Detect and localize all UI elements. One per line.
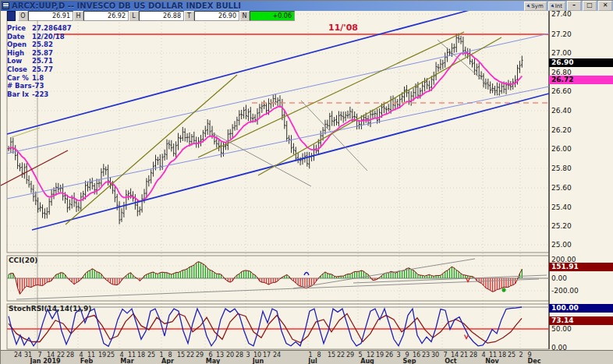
- x-axis-day-label: 18: [498, 352, 506, 359]
- data-panel-field: Close: [7, 65, 32, 74]
- data-panel-value: -73: [32, 82, 101, 90]
- x-axis-day-label: 19: [98, 352, 106, 359]
- data-panel-field: Low: [7, 57, 32, 65]
- x-axis-day-label: 29: [346, 352, 354, 359]
- x-axis-day-label: 21: [460, 352, 468, 359]
- data-panel-value: 25.77: [32, 65, 101, 74]
- window-title: ARCX:UUP,D -- INVESCO DB US DOLLAR INDEX…: [12, 2, 241, 10]
- x-axis-day-label: 25: [147, 352, 155, 359]
- resistance-annotation: 11/'08: [328, 23, 358, 33]
- stochrsi-panel-label: StochRSI(14,14(1),9): [9, 305, 91, 313]
- x-axis-day-label: 22: [186, 352, 194, 359]
- data-panel-row: Low25.71: [7, 57, 101, 65]
- x-axis-month-label: Apr: [161, 358, 174, 364]
- data-panel-value: 25.82: [32, 41, 101, 49]
- x-axis-month-label: Nov: [485, 358, 498, 364]
- quote-field-label: H: [73, 11, 83, 21]
- axis-tick-label: 26.60: [551, 87, 572, 95]
- data-panel-row: Car %1.8: [7, 74, 101, 83]
- x-axis-day-label: 2: [519, 352, 523, 359]
- x-axis-day-label: 28: [236, 352, 243, 359]
- data-panel-value: -223: [32, 90, 101, 99]
- axis-tick-label: 25.40: [551, 203, 572, 211]
- time-axis[interactable]: 2431714222841119254111825181522296132028…: [1, 350, 613, 364]
- data-panel-value: 1.8: [32, 74, 101, 83]
- x-axis-month-label: Mar: [120, 358, 133, 364]
- x-axis-month-label: Aug: [360, 358, 374, 364]
- axis-tick-label: 27.40: [551, 10, 572, 18]
- quote-field-value: 26.90: [194, 11, 239, 21]
- axis-value-box: 73.14: [549, 316, 613, 325]
- axis-tick-label: 25.80: [551, 164, 572, 172]
- axis-value-box: 26.90: [549, 58, 613, 67]
- data-panel-row: # Bars-73: [7, 82, 101, 90]
- data-panel-field: Date: [7, 33, 32, 41]
- data-panel-field: Car %: [7, 74, 32, 83]
- x-axis-day-label: 19: [376, 352, 384, 359]
- data-panel-value: 25.87: [32, 49, 101, 58]
- x-axis-month-label: Oct: [445, 358, 456, 364]
- x-axis-month-label: Dec: [528, 358, 541, 364]
- data-panel-row: Close25.77: [7, 65, 101, 74]
- quote-field-label: N: [239, 11, 250, 21]
- x-axis-day-label: 29: [196, 352, 204, 359]
- data-panel-field: # Bars: [7, 82, 32, 90]
- window-icon: [2, 2, 9, 9]
- data-panel-row: Date12/20/18: [7, 33, 101, 41]
- axis-tick-label: 26.40: [551, 107, 572, 115]
- axis-value-box: 151.91: [549, 263, 613, 271]
- x-axis-day-label: 26: [385, 352, 393, 359]
- axis-value-box: 100.00: [549, 304, 613, 313]
- data-panel-field: Open: [7, 41, 32, 49]
- data-panel-row: Price27.286487: [7, 24, 101, 33]
- axis-tick-label: 25.60: [551, 184, 572, 192]
- x-axis-day-label: 28: [469, 352, 477, 359]
- axis-tick-label: 25.00: [551, 241, 572, 249]
- axis-tick-label: 27.20: [551, 30, 572, 38]
- data-panel-field: High: [7, 49, 32, 58]
- axis-tick-label: 0.00: [551, 274, 567, 282]
- x-axis-day-label: 3: [396, 352, 400, 359]
- x-axis-day-label: 22: [337, 352, 345, 359]
- quote-field-value: 26.91: [28, 11, 73, 21]
- data-panel-value: 12/20/18: [32, 33, 101, 41]
- axis-value-box: 26.72: [549, 76, 613, 84]
- axis-tick-label: 27.00: [551, 49, 572, 57]
- x-axis-day-label: 30: [431, 352, 439, 359]
- quote-field-label: T: [184, 11, 194, 21]
- x-axis-month-label: May: [206, 358, 220, 364]
- data-panel-field: Price: [7, 24, 32, 33]
- x-axis-day-label: 25: [107, 352, 115, 359]
- axis-tick-label: -200.00: [551, 287, 579, 295]
- x-axis-month-label: Sep: [403, 358, 416, 364]
- link-color-box[interactable]: [7, 11, 16, 21]
- quote-field-value: 26.92: [83, 11, 129, 21]
- chart-window: ARCX:UUP,D -- INVESCO DB US DOLLAR INDEX…: [0, 0, 613, 364]
- x-axis-day-label: 3: [246, 352, 250, 359]
- quote-field-value: 26.88: [139, 11, 184, 21]
- price-axis[interactable]: 27.4027.2027.0026.8026.6026.4026.2026.00…: [549, 1, 613, 364]
- x-axis-day-label: 25: [508, 352, 516, 359]
- x-axis-day-label: 15: [328, 352, 335, 359]
- quote-field-value: +0.06: [250, 11, 295, 21]
- data-panel: Price27.286487Date12/20/18Open25.82High2…: [7, 24, 101, 98]
- data-panel-value: 27.286487: [32, 24, 101, 33]
- sym-link-button[interactable]: Sym: [524, 2, 546, 11]
- data-panel-field: Bar Ix: [7, 90, 32, 99]
- x-axis-day-label: 24: [14, 352, 22, 359]
- axis-tick-label: 26.00: [551, 145, 572, 153]
- data-panel-row: High25.87: [7, 49, 101, 58]
- cci-panel-label: CCI(20): [9, 256, 37, 264]
- x-axis-month-label: Jul: [308, 358, 317, 364]
- x-axis-day-label: 23: [422, 352, 430, 359]
- quote-field-label: O: [18, 11, 28, 21]
- title-bar[interactable]: ARCX:UUP,D -- INVESCO DB US DOLLAR INDEX…: [1, 1, 613, 11]
- sym-triangle-icon: [527, 4, 532, 9]
- x-axis-month-label: Feb: [80, 358, 93, 364]
- x-axis-day-label: 24: [273, 352, 281, 359]
- axis-tick-label: 26.20: [551, 126, 572, 134]
- x-axis-day-label: 18: [137, 352, 145, 359]
- x-axis-day-label: 15: [177, 352, 185, 359]
- x-axis-month-label: Jun: [253, 358, 264, 364]
- quote-field-label: L: [129, 11, 139, 21]
